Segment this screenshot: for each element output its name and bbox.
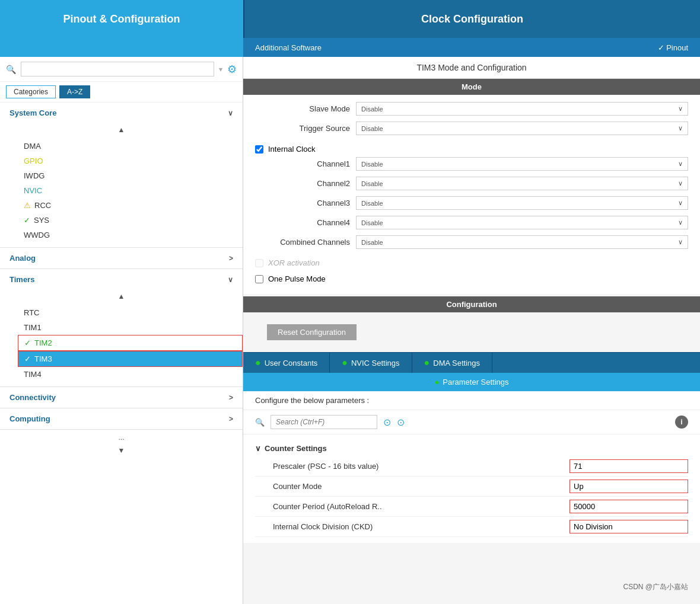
trigger-source-label: Trigger Source (255, 124, 350, 133)
dropdown-arrow[interactable]: ▾ (219, 65, 222, 73)
dma-settings-dot: ● (424, 357, 430, 368)
sidebar-tabs: Categories A->Z (0, 82, 243, 103)
channel4-value: Disable (361, 219, 383, 226)
tim2-label: TIM2 (34, 338, 52, 347)
channel4-select[interactable]: Disable ∨ (356, 216, 688, 229)
additional-software-label[interactable]: Additional Software (255, 43, 322, 52)
tab-dma-settings[interactable]: ● DMA Settings (412, 353, 492, 373)
clock-division-row: Internal Clock Division (CKD) No Divisio… (255, 517, 688, 537)
sidebar-item-nvic[interactable]: NVIC (18, 183, 243, 198)
gear-icon[interactable]: ⚙ (227, 63, 237, 76)
sidebar-content: System Core ∨ ▲ DMA GPIO IWDG (0, 103, 243, 604)
slave-mode-label: Slave Mode (255, 104, 350, 113)
sidebar-item-gpio[interactable]: GPIO (18, 154, 243, 168)
system-core-label: System Core (9, 108, 56, 117)
trigger-source-select[interactable]: Disable ∨ (356, 122, 688, 135)
sidebar-item-tim3[interactable]: ✓ TIM3 (18, 351, 243, 367)
connectivity-chevron: > (229, 394, 233, 402)
channel2-label: Channel2 (255, 179, 350, 188)
mode-config-area: Slave Mode Disable ∨ Trigger Source Disa… (243, 95, 700, 294)
analog-label: Analog (9, 254, 36, 263)
counter-settings-header: ∨ Counter Settings (255, 440, 688, 456)
prescaler-value[interactable]: 71 (569, 459, 688, 473)
tim3-label: TIM3 (34, 354, 52, 363)
header: Pinout & Configuration Clock Configurati… (0, 0, 700, 38)
sidebar-item-rtc[interactable]: RTC (18, 305, 243, 320)
search-input[interactable] (21, 62, 214, 76)
dma-settings-label: DMA Settings (433, 359, 480, 367)
counter-settings-label: Counter Settings (265, 444, 327, 453)
channel4-label: Channel4 (255, 218, 350, 227)
computing-header[interactable]: Computing > (0, 408, 243, 429)
counter-mode-name: Counter Mode (273, 482, 569, 491)
section-timers: Timers ∨ ▲ RTC TIM1 ✓ TIM2 (0, 269, 243, 387)
header-left: Pinout & Configuration (0, 0, 243, 38)
user-constants-dot: ● (255, 357, 261, 368)
search-next-btn[interactable]: ⊙ (397, 417, 405, 428)
sidebar-item-sys[interactable]: ✓ SYS (18, 213, 243, 228)
one-pulse-mode-checkbox[interactable] (255, 275, 263, 283)
sidebar-item-wwdg[interactable]: WWDG (18, 228, 243, 242)
sidebar-item-iwdg[interactable]: IWDG (18, 168, 243, 183)
counter-period-value[interactable]: 50000 (569, 500, 688, 513)
xor-activation-row: XOR activation (255, 255, 688, 271)
pinout-config-title: Pinout & Configuration (63, 13, 180, 25)
search-prev-btn[interactable]: ⊙ (383, 417, 391, 428)
pinout-label[interactable]: ✓ Pinout (658, 43, 688, 52)
timers-header[interactable]: Timers ∨ (0, 269, 243, 290)
system-core-header[interactable]: System Core ∨ (0, 103, 243, 123)
user-constants-label: User Constants (265, 359, 318, 367)
sidebar-item-rcc[interactable]: ⚠ RCC (18, 198, 243, 213)
sidebar-item-tim4[interactable]: TIM4 (18, 367, 243, 382)
tim1-label: TIM1 (24, 323, 42, 332)
counter-mode-row: Counter Mode Up (255, 477, 688, 497)
sub-header-right: Additional Software ✓ Pinout (243, 38, 700, 57)
mode-section-header: Mode (243, 79, 700, 95)
combined-channels-value: Disable (361, 239, 383, 246)
one-pulse-mode-row: One Pulse Mode (255, 271, 688, 287)
nvic-settings-label: NVIC Settings (351, 359, 400, 367)
clock-division-value[interactable]: No Division (569, 520, 688, 533)
channel3-select[interactable]: Disable ∨ (356, 196, 688, 210)
tab-nvic-settings[interactable]: ● NVIC Settings (330, 353, 412, 373)
sys-label: SYS (34, 216, 49, 225)
params-tab[interactable]: ● Parameter Settings (243, 373, 700, 391)
channel1-select[interactable]: Disable ∨ (356, 157, 688, 171)
analog-header[interactable]: Analog > (0, 248, 243, 269)
sys-check-icon: ✓ (24, 216, 30, 225)
connectivity-header[interactable]: Connectivity > (0, 387, 243, 408)
combined-channels-select[interactable]: Disable ∨ (356, 235, 688, 249)
app-container: Pinout & Configuration Clock Configurati… (0, 0, 700, 604)
params-search-input[interactable] (271, 415, 377, 429)
scroll-down-arrow: ▼ (0, 445, 243, 456)
tab-categories[interactable]: Categories (6, 85, 56, 98)
tab-az[interactable]: A->Z (59, 85, 90, 98)
sidebar: 🔍 ▾ ⚙ Categories A->Z System Core ∨ ▲ (0, 57, 243, 604)
gpio-label: GPIO (24, 156, 43, 165)
timers-chevron: ∨ (228, 276, 233, 284)
reset-config-button[interactable]: Reset Configuration (267, 324, 357, 340)
internal-clock-checkbox[interactable] (255, 145, 263, 154)
counter-mode-value[interactable]: Up (569, 480, 688, 493)
sidebar-item-tim2[interactable]: ✓ TIM2 (18, 335, 243, 351)
trigger-source-row: Trigger Source Disable ∨ (255, 122, 688, 135)
tab-user-constants[interactable]: ● User Constants (243, 353, 330, 373)
channel2-value: Disable (361, 180, 383, 187)
slave-mode-value: Disable (361, 106, 383, 113)
timers-items: RTC TIM1 ✓ TIM2 ✓ TIM3 (0, 303, 243, 386)
rcc-warning-icon: ⚠ (24, 201, 31, 210)
channel2-select[interactable]: Disable ∨ (356, 177, 688, 190)
xor-activation-checkbox (255, 259, 263, 267)
slave-mode-select[interactable]: Disable ∨ (356, 102, 688, 116)
rcc-label: RCC (34, 201, 51, 210)
nvic-label: NVIC (24, 186, 42, 195)
combined-channels-row: Combined Channels Disable ∨ (255, 235, 688, 249)
slave-mode-arrow: ∨ (678, 105, 683, 113)
section-connectivity: Connectivity > (0, 387, 243, 408)
sidebar-item-tim1[interactable]: TIM1 (18, 320, 243, 335)
sidebar-item-dma[interactable]: DMA (18, 139, 243, 154)
counter-period-name: Counter Period (AutoReload R.. (273, 502, 569, 511)
info-button[interactable]: i (675, 416, 688, 429)
trigger-source-value: Disable (361, 125, 383, 132)
tim2-check-icon: ✓ (24, 338, 31, 347)
